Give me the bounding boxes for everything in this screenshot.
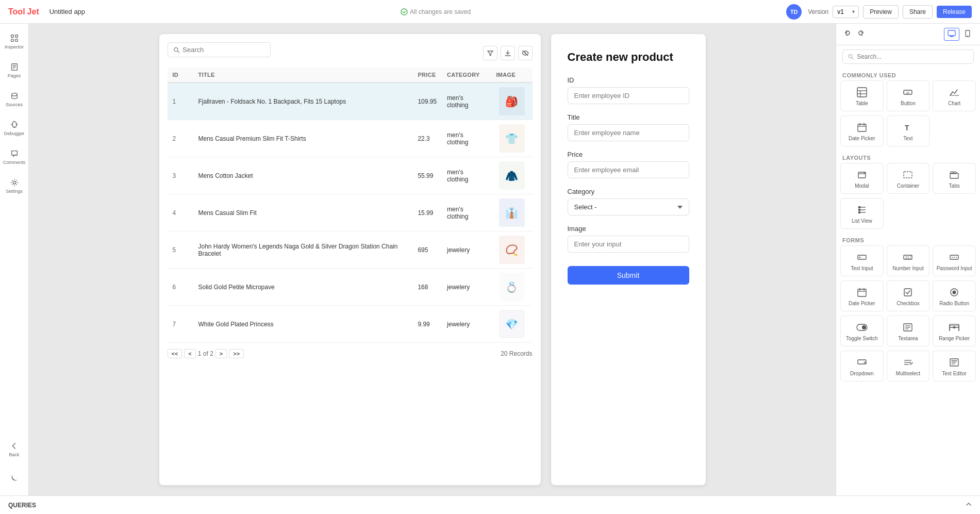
table-row[interactable]: 4 Mens Casual Slim Fit 15.99 men's cloth… xyxy=(168,194,533,231)
select-category[interactable]: Select - men's clothing women's clothing… xyxy=(568,198,689,215)
component-number-input[interactable]: 21 Number Input xyxy=(887,245,930,276)
table-search-input[interactable] xyxy=(182,46,264,54)
component-chart[interactable]: Chart xyxy=(933,80,976,111)
sidebar-item-pages[interactable]: Pages xyxy=(2,57,27,84)
component-table[interactable]: Table xyxy=(840,80,884,111)
cell-price: 695 xyxy=(412,231,442,269)
table-row[interactable]: 5 John Hardy Women's Legends Naga Gold &… xyxy=(168,231,533,269)
component-dropdown[interactable]: Dropdown xyxy=(840,351,884,382)
component-label-text-editor: Text Editor xyxy=(942,371,967,377)
svg-point-21 xyxy=(967,35,968,36)
table-row[interactable]: 1 Fjallraven - Foldsack No. 1 Backpack, … xyxy=(168,82,533,120)
svg-point-68 xyxy=(862,325,866,329)
label-id: ID xyxy=(568,76,689,84)
release-button[interactable]: Release xyxy=(937,6,972,18)
component-container[interactable]: Container xyxy=(887,163,930,194)
component-text-1[interactable]: T Text xyxy=(887,115,930,146)
sidebar-item-sources[interactable]: Sources xyxy=(2,86,27,112)
cell-title: John Hardy Women's Legends Naga Gold & S… xyxy=(193,231,413,269)
svg-point-0 xyxy=(401,9,407,15)
sidebar-item-comments[interactable]: Comments xyxy=(2,143,27,170)
component-checkbox[interactable]: Checkbox xyxy=(887,280,930,311)
svg-line-23 xyxy=(852,58,853,59)
table-row[interactable]: 3 Mens Cotton Jacket 55.99 men's clothin… xyxy=(168,157,533,194)
sidebar-item-back[interactable]: Back xyxy=(2,436,27,462)
text-icon-1: T xyxy=(902,121,914,134)
component-text-editor[interactable]: Text Editor xyxy=(933,351,976,382)
component-search-input[interactable] xyxy=(857,53,968,60)
svg-rect-24 xyxy=(857,88,867,97)
cell-price: 55.99 xyxy=(412,157,442,194)
sidebar-label-sources: Sources xyxy=(6,102,23,107)
sidebar-item-debugger[interactable]: Debugger xyxy=(2,114,27,141)
version-selector[interactable]: v1 xyxy=(833,6,859,18)
table-row[interactable]: 2 Mens Casual Premium Slim Fit T-Shirts … xyxy=(168,120,533,157)
svg-point-9 xyxy=(11,93,17,95)
share-button[interactable]: Share xyxy=(903,5,933,19)
component-label-datepicker-1: Date Picker xyxy=(849,136,875,142)
component-radio-button[interactable]: Radio Button xyxy=(933,280,976,311)
sidebar-label-back: Back xyxy=(9,452,19,457)
next-page-button[interactable]: > xyxy=(215,349,227,358)
cell-image: 💎 xyxy=(491,306,533,343)
number-input-icon: 21 xyxy=(902,251,914,263)
sidebar-item-settings[interactable]: Settings xyxy=(2,172,27,199)
component-range-picker[interactable]: Range Picker xyxy=(933,316,976,346)
input-id[interactable] xyxy=(568,87,689,104)
cell-image: 🎒 xyxy=(491,82,533,120)
hide-icon[interactable] xyxy=(518,46,533,60)
download-icon[interactable] xyxy=(501,46,515,60)
col-category: CATEGORY xyxy=(442,68,491,82)
filter-icon[interactable] xyxy=(483,46,497,60)
right-panel: Commonly Used Table OK Button xyxy=(836,24,980,495)
table-row[interactable]: 7 White Gold Plated Princess 9.99 jewele… xyxy=(168,306,533,343)
component-form-date-picker[interactable]: Date Picker xyxy=(840,280,884,311)
sidebar-item-darkmode[interactable] xyxy=(2,465,27,491)
cell-price: 15.99 xyxy=(412,194,442,231)
version-select[interactable]: v1 xyxy=(833,6,859,18)
svg-rect-60 xyxy=(858,289,866,296)
cell-id: 2 xyxy=(168,120,193,157)
desktop-view-button[interactable] xyxy=(944,28,959,41)
component-button[interactable]: OK Button xyxy=(887,80,930,111)
component-text-input[interactable]: Text Input xyxy=(840,245,884,276)
cell-id: 4 xyxy=(168,194,193,231)
cell-title: White Gold Plated Princess xyxy=(193,306,413,343)
component-toggle-switch[interactable]: Toggle Switch xyxy=(840,316,884,346)
input-image[interactable] xyxy=(568,236,689,253)
table-search-wrapper[interactable] xyxy=(168,42,271,57)
submit-button[interactable]: Submit xyxy=(568,266,689,285)
save-status: All changes are saved xyxy=(91,8,780,15)
sidebar-item-inspector[interactable]: Inspector xyxy=(2,28,27,55)
component-label-text-1: Text xyxy=(903,136,912,142)
component-password-input[interactable]: Password Input xyxy=(933,245,976,276)
table-widget: ID TITLE PRICE CATEGORY IMAGE 1 Fjallrav… xyxy=(159,34,541,485)
component-modal[interactable]: Modal xyxy=(840,163,884,194)
redo-button[interactable] xyxy=(856,28,866,40)
svg-rect-4 xyxy=(15,39,18,41)
component-label-button: Button xyxy=(901,101,916,107)
preview-button[interactable]: Preview xyxy=(863,5,899,19)
data-table: ID TITLE PRICE CATEGORY IMAGE 1 Fjallrav… xyxy=(168,68,533,343)
total-records: 20 Records xyxy=(501,350,532,357)
input-price[interactable] xyxy=(568,161,689,178)
table-row[interactable]: 6 Solid Gold Petite Micropave 168 jewele… xyxy=(168,269,533,306)
cell-price: 109.95 xyxy=(412,82,442,120)
input-title[interactable] xyxy=(568,124,689,141)
mobile-view-button[interactable] xyxy=(961,28,974,41)
last-page-button[interactable]: >> xyxy=(229,349,244,358)
component-search-wrapper[interactable] xyxy=(842,49,974,64)
first-page-button[interactable]: << xyxy=(168,349,182,358)
component-textarea[interactable]: Textarea xyxy=(887,316,930,346)
user-avatar[interactable]: TD xyxy=(786,4,802,20)
queries-toggle-button[interactable] xyxy=(966,501,972,509)
component-listview[interactable]: List View xyxy=(840,198,884,229)
cell-image: 👕 xyxy=(491,120,533,157)
layouts-grid: Modal Container Tabs xyxy=(840,163,976,194)
component-multiselect[interactable]: Multiselect xyxy=(887,351,930,382)
prev-page-button[interactable]: < xyxy=(184,349,195,358)
component-date-picker-1[interactable]: Date Picker xyxy=(840,115,884,146)
undo-button[interactable] xyxy=(842,28,853,40)
component-tabs[interactable]: Tabs xyxy=(933,163,976,194)
text-input-icon xyxy=(856,251,868,263)
